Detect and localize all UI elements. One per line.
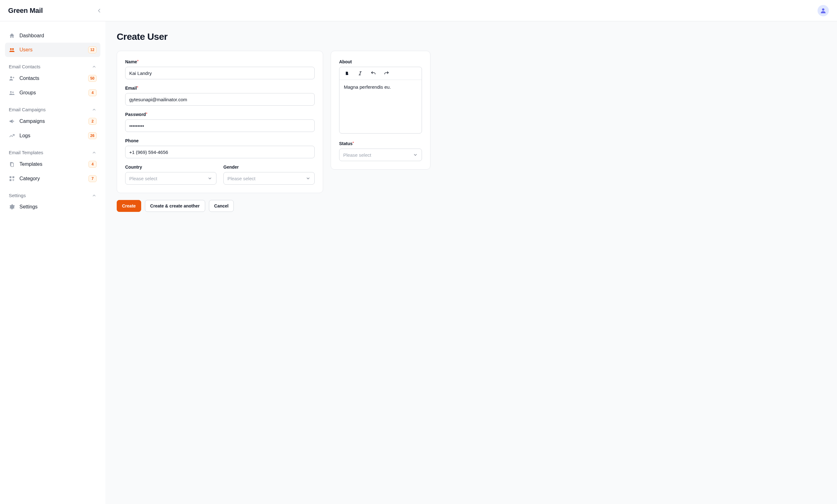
topbar: Green Mail: [0, 0, 837, 21]
section-header-email-templates[interactable]: Email Templates: [5, 143, 101, 157]
undo-icon: [371, 71, 376, 76]
section-header-email-campaigns[interactable]: Email Campaigns: [5, 100, 101, 114]
chevron-down-icon: [207, 176, 212, 181]
sidebar-item-label: Settings: [19, 204, 38, 210]
user-icon: [820, 7, 827, 14]
about-label: About: [339, 59, 422, 64]
svg-point-0: [822, 8, 824, 10]
form-actions: Create Create & create another Cancel: [117, 200, 826, 212]
sidebar-item-label: Contacts: [19, 76, 39, 81]
field-name: Name*: [125, 59, 315, 79]
email-label: Email*: [125, 86, 315, 91]
chevron-up-icon: [92, 193, 96, 198]
editor-toolbar: [339, 67, 422, 80]
sidebar-item-campaigns[interactable]: Campaigns 2: [5, 114, 101, 129]
sidebar-badge: 26: [88, 132, 96, 139]
sidebar-item-logs[interactable]: Logs 26: [5, 129, 101, 143]
undo-button[interactable]: [370, 70, 376, 76]
sidebar-item-label: Groups: [19, 90, 36, 96]
svg-point-4: [10, 91, 12, 93]
sidebar-badge: 7: [88, 175, 96, 182]
sidebar-badge: 4: [88, 89, 96, 96]
form-row: Name* Email* Password* Phone: [117, 51, 826, 193]
sidebar: Dashboard Users 12 Email Contacts: [0, 21, 105, 504]
password-label: Password*: [125, 112, 315, 117]
section-title: Email Contacts: [9, 64, 40, 69]
brand: Green Mail: [8, 6, 43, 15]
back-button[interactable]: [96, 7, 102, 14]
form-card-side: About: [331, 51, 430, 170]
sidebar-item-category[interactable]: Category 7: [5, 171, 101, 186]
trend-icon: [9, 133, 15, 139]
create-another-button[interactable]: Create & create another: [145, 200, 205, 212]
italic-button[interactable]: [357, 70, 363, 76]
phone-input[interactable]: [125, 146, 315, 158]
gear-icon: [9, 204, 15, 210]
topbar-left: Green Mail: [8, 6, 102, 15]
gender-label: Gender: [224, 165, 315, 170]
chevron-down-icon: [413, 152, 418, 157]
section-header-settings[interactable]: Settings: [5, 186, 101, 200]
name-label: Name*: [125, 59, 315, 64]
sidebar-item-users[interactable]: Users 12: [5, 43, 101, 57]
svg-point-5: [12, 92, 14, 93]
sidebar-item-dashboard[interactable]: Dashboard: [5, 29, 101, 43]
bold-icon: [344, 71, 350, 76]
bold-button[interactable]: [344, 70, 350, 76]
user-avatar[interactable]: [818, 5, 829, 16]
section-title: Settings: [9, 193, 26, 198]
sidebar-badge: 2: [88, 118, 96, 125]
create-button[interactable]: Create: [117, 200, 141, 212]
chevron-up-icon: [92, 150, 96, 155]
svg-point-2: [12, 48, 14, 50]
chevron-left-icon: [96, 7, 102, 14]
chevron-up-icon: [92, 64, 96, 69]
sidebar-item-templates[interactable]: Templates 4: [5, 157, 101, 171]
sidebar-badge: 4: [88, 161, 96, 168]
sidebar-item-groups[interactable]: Groups 4: [5, 86, 101, 100]
field-password: Password*: [125, 112, 315, 132]
sidebar-item-label: Dashboard: [19, 33, 44, 39]
sidebar-item-label: Logs: [19, 133, 31, 138]
gender-select[interactable]: Please select: [224, 172, 315, 185]
home-icon: [9, 33, 15, 39]
password-input[interactable]: [125, 119, 315, 132]
grid-add-icon: [9, 175, 15, 182]
groups-icon: [9, 90, 15, 96]
country-label: Country: [125, 165, 216, 170]
section-header-email-contacts[interactable]: Email Contacts: [5, 57, 101, 71]
country-placeholder: Please select: [129, 176, 157, 181]
sidebar-item-label: Users: [19, 47, 33, 53]
chevron-down-icon: [306, 176, 310, 181]
sidebar-item-label: Templates: [19, 162, 42, 167]
sidebar-item-label: Category: [19, 176, 40, 182]
email-input[interactable]: [125, 93, 315, 106]
contact-add-icon: [9, 75, 15, 81]
svg-line-13: [360, 72, 361, 75]
status-select[interactable]: Please select: [339, 149, 422, 161]
field-email: Email*: [125, 86, 315, 106]
status-placeholder: Please select: [343, 152, 371, 158]
svg-point-1: [10, 48, 12, 50]
chevron-up-icon: [92, 107, 96, 112]
megaphone-icon: [9, 118, 15, 125]
cancel-button[interactable]: Cancel: [209, 200, 234, 212]
sidebar-badge: 50: [88, 75, 96, 82]
field-phone: Phone: [125, 138, 315, 158]
sidebar-badge: 12: [88, 46, 96, 53]
sidebar-item-settings[interactable]: Settings: [5, 200, 101, 214]
layout: Dashboard Users 12 Email Contacts: [0, 21, 837, 504]
users-icon: [9, 47, 15, 53]
page-title: Create User: [117, 31, 826, 42]
country-select[interactable]: Please select: [125, 172, 216, 185]
country-gender-row: Country Please select Gender Please sele…: [125, 165, 315, 185]
status-label: Status*: [339, 141, 422, 146]
sidebar-item-contacts[interactable]: Contacts 50: [5, 71, 101, 86]
phone-label: Phone: [125, 138, 315, 143]
field-gender: Gender Please select: [224, 165, 315, 185]
italic-icon: [357, 71, 363, 76]
svg-rect-10: [10, 179, 12, 181]
about-textarea[interactable]: Magna perferendis eu.: [339, 80, 422, 133]
redo-button[interactable]: [384, 70, 390, 76]
name-input[interactable]: [125, 67, 315, 79]
